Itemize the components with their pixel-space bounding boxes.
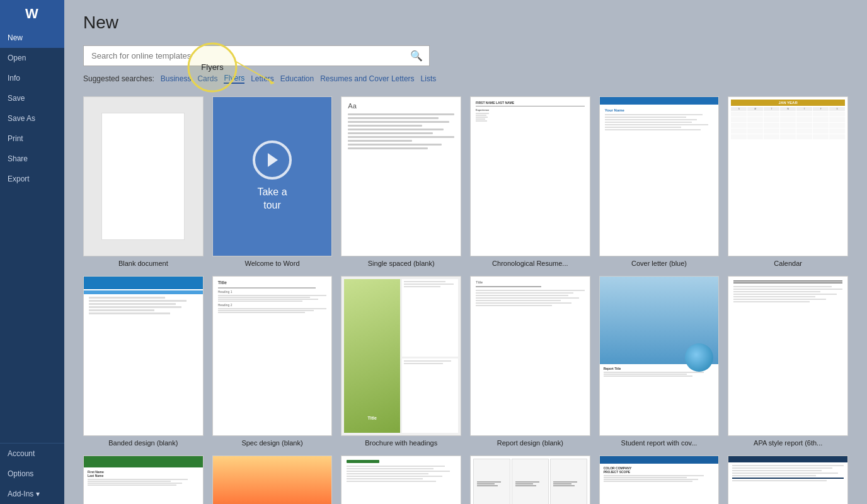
sidebar-item-open[interactable]: Open <box>0 48 64 68</box>
page-title: New <box>83 13 848 33</box>
tour-arrow-icon <box>263 151 282 169</box>
template-business-letter[interactable]: Business letter (Sales... <box>341 455 461 504</box>
template-cover-letter[interactable]: Your Name Cover letter (blue) <box>599 96 720 267</box>
template-single-spaced[interactable]: Aa Single spaced (blank) <box>341 96 461 267</box>
suggested-letters[interactable]: Letters <box>251 74 274 83</box>
template-chronological[interactable]: FIRST NAME LAST NAME Experience <box>470 96 590 267</box>
search-bar: 🔍 <box>83 45 430 66</box>
sidebar-item-info[interactable]: Info <box>0 68 64 88</box>
template-report-blank[interactable]: Title Report design (blank) <box>470 276 590 447</box>
template-banded[interactable]: Banded design (blank) <box>83 276 204 447</box>
suggested-cards[interactable]: Cards <box>197 74 217 83</box>
search-icon: 🔍 <box>410 50 423 61</box>
suggested-flyers[interactable]: Flyers <box>224 74 244 84</box>
template-single-label: Single spaced (blank) <box>341 260 461 267</box>
suggested-business[interactable]: Business <box>161 74 192 83</box>
sidebar: W New Open Info Save Save As Print Share… <box>0 0 64 504</box>
sidebar-item-print[interactable]: Print <box>0 129 64 149</box>
template-apa-label: APA style report (6th... <box>728 439 848 447</box>
template-grid-row2: Banded design (blank) Title Heading 1 He… <box>83 276 848 447</box>
suggested-lists[interactable]: Lists <box>421 74 437 83</box>
sidebar-item-options[interactable]: Options <box>0 464 64 484</box>
sidebar-item-save[interactable]: Save <box>0 88 64 108</box>
template-student-report[interactable]: Report Title Student report with cov... <box>599 276 720 447</box>
suggested-searches: Suggested searches: Business Cards Flyer… <box>83 74 848 84</box>
svg-marker-4 <box>268 153 278 167</box>
template-apa[interactable]: APA style report (6th... <box>728 276 848 447</box>
template-cover-label: Cover letter (blue) <box>599 260 720 267</box>
template-spec-label: Spec design (blank) <box>212 439 333 447</box>
template-grid-row1: Blank document Take atour Welcome to Wor… <box>83 96 848 267</box>
template-chronological-label: Chronological Resume... <box>470 260 590 267</box>
template-tour[interactable]: Take atour Welcome to Word <box>212 96 333 267</box>
template-calendar[interactable]: JAN YEAR S M T W T F S Calendar <box>728 96 848 267</box>
template-spec[interactable]: Title Heading 1 Heading 2 Spec design (b… <box>212 276 333 447</box>
template-seasonal[interactable]: DATEEVENTTITLE HERE Seasonal event flyer <box>212 455 333 504</box>
tour-text: Take atour <box>257 186 287 212</box>
template-student-label: Student report with cov... <box>599 439 720 447</box>
sidebar-item-export[interactable]: Export <box>0 169 64 189</box>
suggested-resumes[interactable]: Resumes and Cover Letters <box>320 74 414 83</box>
template-resume-color[interactable]: First NameLast Name Resume (color) <box>83 455 204 504</box>
template-blank[interactable]: Blank document <box>83 96 204 267</box>
sidebar-item-new[interactable]: New <box>0 28 64 48</box>
template-calendar-label: Calendar <box>728 260 848 267</box>
template-tour-label: Welcome to Word <box>212 260 333 267</box>
template-invoice[interactable]: Invoice (Timeless design) <box>728 455 848 504</box>
template-blank-label: Blank document <box>83 260 204 267</box>
app-logo: W <box>0 0 64 28</box>
template-banded-label: Banded design (blank) <box>83 439 204 447</box>
template-project-scope[interactable]: COLOR COMPANYPROJECT SCOPE Project scope… <box>599 455 720 504</box>
search-button[interactable]: 🔍 <box>404 46 429 66</box>
template-report-blank-label: Report design (blank) <box>470 439 590 447</box>
suggested-education[interactable]: Education <box>280 74 314 83</box>
main-content: New 🔍 Suggested searches: Business Cards… <box>64 0 867 504</box>
suggested-label: Suggested searches: <box>83 74 154 83</box>
template-brochure[interactable]: Title Brochure with headings <box>341 276 461 447</box>
template-return-labels[interactable]: Return address labels... <box>470 455 590 504</box>
sidebar-item-account[interactable]: Account <box>0 444 64 464</box>
template-brochure-label: Brochure with headings <box>341 439 461 447</box>
template-grid-row3: First NameLast Name Resume (color) DATEE… <box>83 455 848 504</box>
sidebar-item-saveas[interactable]: Save As <box>0 108 64 129</box>
search-input[interactable] <box>84 46 404 66</box>
sidebar-item-share[interactable]: Share <box>0 149 64 169</box>
sidebar-item-addins[interactable]: Add-Ins ▾ <box>0 484 64 504</box>
